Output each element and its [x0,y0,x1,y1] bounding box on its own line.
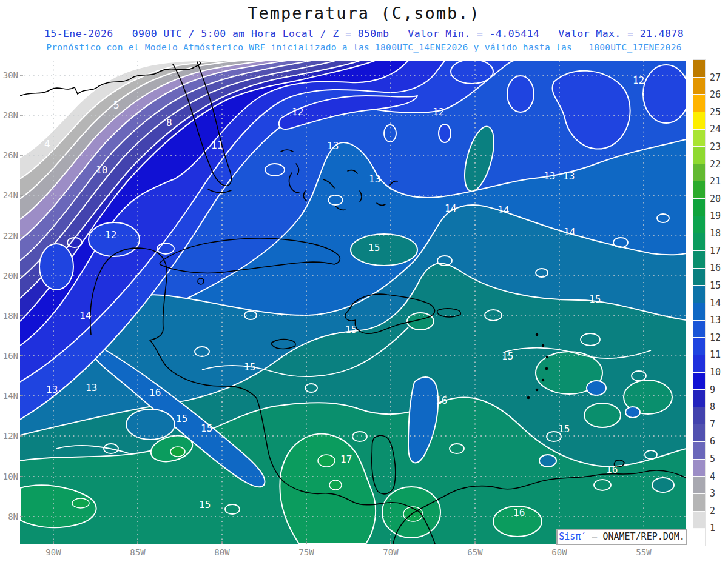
lat-tick-label: 16N [1,351,18,361]
contour-label: 13 [327,140,339,152]
contour-label: 16 [513,507,525,518]
contour-label: 12 [433,106,444,118]
colorbar-cell [693,511,705,529]
field-bands [20,61,686,544]
contour-label: 12 [105,229,116,241]
contour-label: 13 [86,382,97,393]
colorbar-tick-label: 17 [710,246,728,256]
colorbar-cell [693,146,705,164]
colorbar-tick-label: 5 [710,453,728,464]
colorbar-cell [693,112,705,129]
colorbar-tick-label: 4 [710,471,728,482]
contour-label: 15 [345,324,357,335]
colorbar-cell [693,528,705,546]
map-canvas [20,61,686,544]
colorbar-tick-label: 24 [710,124,728,135]
colorbar-tick-label: 20 [710,193,728,204]
contour-label: 17 [340,453,352,465]
lon-tick-label: 60W [546,547,573,557]
lon-tick-label: 70W [377,547,404,557]
contour-label: 13 [563,170,575,182]
lat-tick-label: 28N [1,110,18,120]
temperature-contour-map: Sisπ´ – ONAMET/REP.DOM. [20,61,686,544]
colorbar-cell [693,198,705,216]
colorbar-cell [693,441,705,459]
lat-tick-label: 26N [1,150,18,160]
colorbar-tick-label: 2 [710,506,728,517]
forecast-datetime-line: 15-Ene-2026 0900 UTC / 5:00 am Hora Loca… [0,28,728,39]
colorbar-cell [693,337,705,355]
colorbar-tick-label: 25 [710,107,728,118]
sispi-brand: Sisπ´ [559,531,586,542]
colorbar-tick-label: 6 [710,436,728,447]
colorbar-tick-label: 3 [710,488,728,499]
colorbar-cell [693,164,705,181]
lat-tick-label: 24N [1,190,18,200]
colorbar-tick-label: 11 [710,349,728,360]
colorbar-tick-label: 12 [710,332,728,343]
attribution-box: Sisπ´ – ONAMET/REP.DOM. [556,529,687,545]
lat-tick-label: 22N [1,231,18,241]
contour-label: 12 [292,106,303,118]
colorbar-tick-label: 18 [710,228,728,239]
colorbar-tick-label: 26 [710,89,728,100]
colorbar-cell [693,94,705,112]
contour-label: 4 [44,138,50,150]
lat-tick-label: 10N [1,472,18,481]
lon-tick-label: 80W [209,547,235,557]
colorbar-tick-label: 7 [710,419,728,430]
contour-label: 15 [199,499,211,510]
attribution-org: – ONAMET/REP.DOM. [586,531,685,542]
lat-tick-label: 12N [1,431,18,441]
contour-label: 15 [201,423,212,434]
colorbar-cell [693,181,705,198]
colorbar-cell [693,459,705,477]
contour-label: 14 [564,226,575,238]
colorbar-cell [693,407,705,424]
colorbar-cell [693,268,705,286]
colorbar-cell [693,285,705,303]
colorbar-tick-label: 15 [710,280,728,291]
colorbar-tick-label: 22 [710,159,728,170]
colorbar-tick-label: 16 [710,263,728,273]
lon-tick-label: 65W [462,547,488,557]
colorbar-cell [693,129,705,147]
contour-label: 10 [96,164,107,176]
contour-label: 16 [606,464,618,475]
lon-tick-label: 85W [124,547,151,557]
colorbar-tick-label: 8 [710,401,728,412]
colorbar-cell [693,389,705,407]
contour-label: 5 [113,99,120,111]
colorbar-cell [693,320,705,338]
colorbar-tick-label: 23 [710,141,728,152]
contour-label: 13 [46,384,58,395]
page-title: Temperatura (C,somb.) [0,4,728,22]
colorbar-tick-label: 13 [710,315,728,326]
colorbar-cell [693,60,705,77]
contour-label: 11 [211,139,223,151]
colorbar-cell [693,493,705,511]
contour-label: 16 [436,395,447,406]
colorbar-cell [693,303,705,320]
contour-label: 3 [32,122,38,134]
colorbar-tick-label: 10 [710,367,728,378]
temperature-colorbar [693,60,705,546]
colorbar-tick-label: 9 [710,384,728,395]
contour-label: 15 [502,350,513,362]
colorbar-cell [693,77,705,95]
colorbar-tick-label: 21 [710,176,728,187]
lat-tick-label: 20N [1,271,18,281]
contour-label: 8 [166,117,172,129]
lat-tick-label: 18N [1,311,18,321]
lon-tick-label: 90W [40,547,67,557]
contour-label: 15 [176,413,187,424]
colorbar-cell [693,476,705,493]
contour-label: 14 [445,202,456,214]
lat-tick-label: 14N [1,391,18,401]
colorbar-cell [693,250,705,268]
colorbar-cell [693,424,705,441]
contour-label: 15 [558,423,570,435]
colorbar-tick-label: 19 [710,210,728,221]
colorbar-cell [693,233,705,250]
lon-tick-label: 75W [293,547,320,557]
